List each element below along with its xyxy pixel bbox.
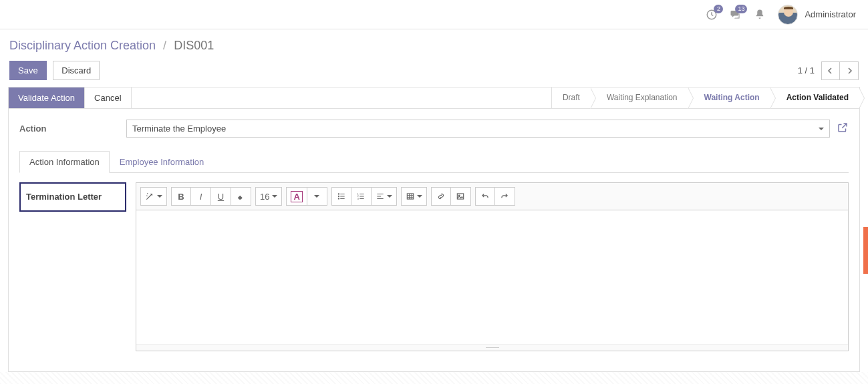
ol-button[interactable]: 123 [351, 187, 372, 206]
font-size-value: 16 [260, 192, 269, 202]
underline-icon: U [218, 192, 224, 202]
external-link-icon [837, 122, 849, 134]
activity-button[interactable]: 2 [706, 9, 718, 21]
tab-employee-information[interactable]: Employee Information [110, 151, 214, 173]
table-icon [406, 192, 415, 201]
font-size-select[interactable]: 16 [255, 187, 282, 206]
status-row: Validate Action Cancel Draft Waiting Exp… [9, 87, 859, 109]
editor-resize-handle[interactable] [136, 344, 848, 351]
step-waiting-explanation[interactable]: Waiting Explanation [591, 87, 688, 108]
caret-down-icon [272, 195, 277, 198]
style-button[interactable] [140, 187, 167, 206]
svg-point-2 [338, 196, 339, 196]
image-icon [456, 192, 465, 201]
validate-action-button[interactable]: Validate Action [9, 87, 85, 108]
magic-icon [145, 192, 154, 201]
link-button[interactable] [431, 187, 451, 206]
breadcrumb-record: DIS001 [174, 39, 214, 52]
redo-button[interactable] [495, 187, 515, 206]
bell-icon [754, 9, 766, 21]
ul-button[interactable] [331, 187, 351, 206]
paging-text: 1 / 1 [798, 65, 815, 75]
tab-action-information[interactable]: Action Information [19, 151, 110, 173]
topbar: 2 13 Administrator [0, 0, 868, 29]
username-label[interactable]: Administrator [805, 9, 856, 19]
underline-button[interactable]: U [211, 187, 231, 206]
termination-letter-label[interactable]: Termination Letter [19, 182, 126, 212]
font-color-dropdown[interactable] [307, 187, 327, 206]
save-button[interactable]: Save [9, 61, 47, 80]
cancel-button[interactable]: Cancel [85, 87, 131, 108]
list-ul-icon [337, 192, 346, 201]
bold-button[interactable]: B [171, 187, 191, 206]
table-button[interactable] [401, 187, 427, 206]
discard-button[interactable]: Discard [53, 61, 100, 80]
rich-text-editor: B I U 16 [136, 182, 849, 351]
sheet: Action Terminate the Employee Action Inf… [9, 109, 859, 371]
sheet-wrap: Validate Action Cancel Draft Waiting Exp… [8, 87, 860, 372]
header-row: Disciplinary Action Creation / DIS001 [0, 29, 868, 58]
italic-button[interactable]: I [191, 187, 211, 206]
editor-toolbar: B I U 16 [136, 183, 848, 210]
caret-down-icon [157, 195, 162, 198]
step-draft[interactable]: Draft [551, 87, 591, 108]
right-edge-marker [863, 227, 868, 274]
image-button[interactable] [451, 187, 471, 206]
caret-down-icon [387, 195, 392, 198]
field-action-label: Action [19, 124, 126, 134]
svg-text:3: 3 [357, 198, 359, 200]
svg-rect-7 [407, 194, 413, 199]
svg-point-3 [338, 198, 339, 199]
status-steps: Draft Waiting Explanation Waiting Action… [551, 87, 859, 108]
svg-rect-8 [458, 194, 464, 199]
controls-row: Save Discard 1 / 1 [0, 58, 868, 87]
font-color-button[interactable]: A [286, 187, 307, 206]
avatar[interactable] [778, 5, 798, 25]
link-icon [436, 192, 446, 201]
messages-badge: 13 [735, 5, 747, 13]
activity-badge: 2 [714, 5, 723, 13]
action-external-link[interactable] [837, 122, 849, 136]
breadcrumb: Disciplinary Action Creation / DIS001 [9, 39, 214, 53]
align-icon [376, 192, 385, 201]
step-waiting-action[interactable]: Waiting Action [688, 87, 770, 108]
eraser-icon [237, 192, 246, 201]
chevron-right-icon [846, 67, 853, 74]
clear-format-button[interactable] [231, 187, 251, 206]
action-select-value: Terminate the Employee [132, 124, 226, 134]
breadcrumb-sep: / [163, 39, 166, 52]
editor-area[interactable] [136, 210, 848, 344]
paging: 1 / 1 [798, 61, 859, 80]
caret-down-icon [819, 128, 824, 130]
tab-content: Termination Letter B I U [19, 173, 849, 361]
tabs: Action Information Employee Information [19, 151, 849, 173]
undo-icon [480, 192, 490, 201]
messages-button[interactable]: 13 [730, 9, 742, 21]
caret-down-icon [314, 195, 319, 198]
caret-down-icon [417, 195, 422, 198]
step-action-validated[interactable]: Action Validated [770, 87, 859, 108]
undo-button[interactable] [475, 187, 495, 206]
redo-icon [500, 192, 509, 201]
page-next[interactable] [840, 61, 859, 80]
breadcrumb-section[interactable]: Disciplinary Action Creation [9, 39, 156, 52]
list-ol-icon: 123 [356, 192, 366, 201]
align-button[interactable] [372, 187, 397, 206]
font-color-icon: A [291, 191, 302, 202]
field-action: Action Terminate the Employee [19, 120, 849, 138]
italic-icon: I [200, 192, 202, 202]
svg-point-1 [338, 194, 339, 194]
page-prev[interactable] [821, 61, 840, 80]
notifications-button[interactable] [754, 9, 766, 21]
chevron-left-icon [827, 67, 834, 74]
action-select[interactable]: Terminate the Employee [126, 120, 830, 138]
bold-icon: B [178, 192, 184, 202]
